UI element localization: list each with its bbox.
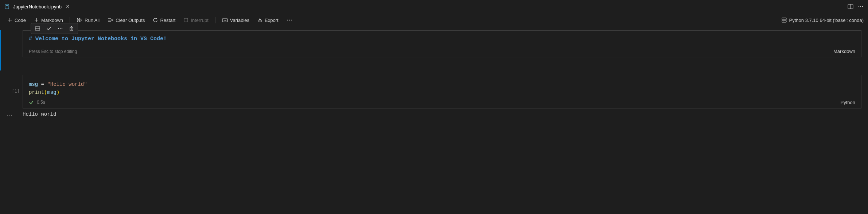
code-token: ) — [57, 89, 59, 95]
cell-output-row: ··· Hello world — [0, 111, 861, 118]
kernel-label: Python 3.7.10 64-bit ('base': conda) — [789, 18, 864, 23]
delete-cell-button[interactable] — [66, 24, 77, 33]
cell-footer: 0.5s Python — [29, 100, 855, 105]
svg-point-33 — [58, 28, 59, 29]
execution-count: [1] — [12, 60, 20, 94]
more-actions-icon[interactable] — [858, 4, 864, 9]
notebook-file-icon — [4, 4, 10, 9]
toolbar-right: Python 3.7.10 64-bit ('base': conda) — [781, 17, 864, 23]
svg-point-6 — [862, 6, 863, 7]
restart-button[interactable]: Restart — [150, 16, 178, 24]
run-all-icon — [77, 18, 82, 23]
code-token: print — [29, 89, 44, 95]
cell-main: msg = "Hello world" print(msg) 0.5s Pyth… — [23, 60, 861, 108]
code-cell[interactable]: msg = "Hello world" print(msg) 0.5s Pyth… — [23, 75, 861, 108]
toolbar-label: Variables — [230, 18, 249, 23]
cell-more-button[interactable] — [54, 24, 66, 33]
cell-language-label[interactable]: Python — [841, 100, 855, 105]
svg-rect-0 — [5, 4, 9, 9]
toolbar-label: Export — [265, 18, 279, 23]
toolbar-more-button[interactable] — [284, 16, 295, 24]
toolbar-label: Interrupt — [191, 18, 208, 23]
close-icon[interactable]: × — [65, 3, 71, 10]
interrupt-button[interactable]: Interrupt — [180, 16, 211, 24]
kernel-selector[interactable]: Python 3.7.10 64-bit ('base': conda) — [781, 17, 864, 23]
run-all-button[interactable]: Run All — [74, 16, 102, 24]
code-cell-wrapper: [1] msg = "Hello world" print(msg) 0.5s … — [0, 60, 861, 108]
svg-rect-27 — [782, 18, 786, 20]
cell-footer: Press Esc to stop editing Markdown — [29, 47, 855, 54]
code-editor[interactable]: msg = "Hello world" print(msg) — [29, 80, 855, 97]
divider — [215, 17, 215, 23]
code-token: msg — [29, 81, 38, 87]
svg-point-29 — [783, 19, 783, 19]
svg-text:x=: x= — [223, 19, 226, 22]
code-token: msg — [47, 89, 56, 95]
clear-icon — [108, 18, 113, 23]
cell-language-label[interactable]: Markdown — [833, 49, 855, 54]
variables-icon: x= — [222, 18, 228, 23]
export-icon — [257, 18, 262, 23]
output-gutter: ··· — [0, 111, 20, 118]
stop-icon — [183, 18, 188, 23]
toolbar-label: Run All — [85, 18, 100, 23]
divider — [70, 17, 70, 23]
svg-rect-36 — [70, 27, 73, 31]
restart-icon — [153, 18, 158, 23]
editor-tab[interactable]: JupyterNotebook.ipynb × — [0, 0, 75, 13]
output-actions-icon[interactable]: ··· — [7, 112, 13, 118]
execution-time: 0.5s — [37, 100, 45, 105]
code-token: = — [38, 81, 47, 87]
svg-point-24 — [287, 20, 288, 20]
svg-marker-18 — [156, 18, 157, 19]
svg-rect-28 — [782, 20, 786, 22]
plus-icon — [34, 18, 39, 23]
toolbar-label: Clear Outputs — [116, 18, 145, 23]
confirm-button[interactable] — [43, 24, 54, 33]
execution-status: 0.5s — [29, 100, 45, 105]
split-cell-button[interactable] — [32, 24, 43, 33]
server-icon — [781, 17, 787, 23]
svg-rect-19 — [184, 18, 188, 22]
svg-point-35 — [62, 28, 62, 29]
toolbar-label: Markdown — [41, 18, 63, 23]
svg-point-30 — [783, 21, 783, 22]
svg-point-5 — [860, 6, 861, 7]
export-button[interactable]: Export — [254, 16, 281, 24]
success-check-icon — [29, 100, 34, 105]
notebook-body: # Welcome to Jupyter Notebooks in VS Cod… — [0, 30, 868, 118]
plus-icon — [7, 18, 12, 23]
code-token: "Hello world" — [47, 81, 87, 87]
markdown-source[interactable]: # Welcome to Jupyter Notebooks in VS Cod… — [29, 36, 855, 42]
title-bar-actions — [848, 4, 868, 9]
svg-marker-11 — [77, 18, 79, 22]
svg-point-4 — [859, 6, 859, 7]
toolbar-label: Restart — [160, 18, 175, 23]
editing-hint: Press Esc to stop editing — [29, 49, 77, 54]
cell-output: Hello world — [20, 111, 861, 118]
cell-gutter — [0, 30, 23, 57]
title-bar: JupyterNotebook.ipynb × — [0, 0, 868, 13]
cell-focus-indicator — [0, 30, 1, 70]
ellipsis-icon — [287, 17, 292, 23]
cell-gutter: [1] — [0, 60, 23, 108]
svg-point-26 — [291, 20, 291, 20]
clear-outputs-button[interactable]: Clear Outputs — [105, 16, 148, 24]
markdown-cell-wrapper: # Welcome to Jupyter Notebooks in VS Cod… — [0, 30, 861, 57]
markdown-cell[interactable]: # Welcome to Jupyter Notebooks in VS Cod… — [23, 30, 861, 57]
tab-title: JupyterNotebook.ipynb — [13, 4, 62, 9]
svg-point-25 — [289, 20, 289, 20]
svg-point-34 — [60, 28, 61, 29]
cell-action-bar — [31, 23, 78, 34]
toolbar-label: Code — [15, 18, 26, 23]
variables-button[interactable]: x= Variables — [219, 16, 252, 24]
svg-rect-1 — [6, 5, 8, 6]
split-editor-icon[interactable] — [848, 4, 853, 9]
cell-main: # Welcome to Jupyter Notebooks in VS Cod… — [23, 30, 861, 57]
notebook-toolbar: Code Markdown Run All Clear Outputs Rest… — [0, 13, 868, 27]
add-code-button[interactable]: Code — [4, 16, 29, 24]
